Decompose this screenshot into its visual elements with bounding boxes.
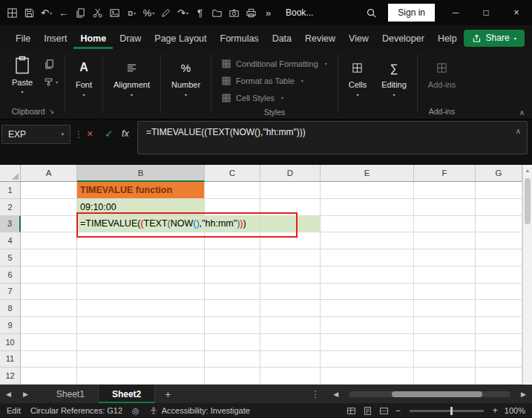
add-sheet-button[interactable]: + — [155, 388, 180, 400]
cell-G9[interactable] — [476, 317, 522, 334]
cell-D11[interactable] — [260, 351, 321, 368]
sheet-tab-sheet2[interactable]: Sheet2 — [99, 385, 155, 403]
pencil-button[interactable] — [157, 4, 174, 22]
cell-D1[interactable] — [260, 182, 321, 199]
cell-C9[interactable] — [205, 317, 260, 334]
cell-F9[interactable] — [414, 317, 476, 334]
folder-button[interactable] — [208, 4, 226, 22]
back-button[interactable]: ← — [55, 4, 72, 22]
confirm-entry-button[interactable]: ✓ — [105, 128, 114, 140]
cell-C4[interactable] — [205, 232, 260, 249]
cell-D3[interactable] — [260, 216, 321, 233]
cell-A8[interactable] — [21, 300, 77, 317]
cell-G6[interactable] — [476, 267, 522, 284]
cell-F10[interactable] — [414, 334, 476, 351]
paragraph-button[interactable]: ¶ — [191, 4, 208, 22]
undo-button[interactable]: ↶▾ — [38, 4, 55, 22]
app-button[interactable] — [4, 4, 21, 22]
cell-G5[interactable] — [476, 249, 522, 267]
cell-A3[interactable] — [21, 216, 77, 233]
search-icon[interactable] — [366, 7, 377, 19]
cell-A4[interactable] — [21, 232, 77, 249]
cell-E6[interactable] — [321, 267, 414, 284]
cell-G4[interactable] — [476, 232, 522, 249]
row-header-12[interactable]: 12 — [0, 368, 21, 385]
tab-help[interactable]: Help — [431, 27, 464, 49]
cell-E5[interactable] — [321, 249, 414, 267]
column-header-C[interactable]: C — [205, 165, 260, 182]
more-options-icon[interactable]: ⋮ — [303, 389, 327, 399]
ribbon-group-editing[interactable]: ∑Editing▾ — [374, 54, 414, 117]
printer-button[interactable] — [243, 4, 260, 22]
row-header-11[interactable]: 11 — [0, 351, 21, 368]
row-header-1[interactable]: 1 — [0, 182, 21, 199]
clipboard-dialog-launcher-icon[interactable]: ↘ — [49, 108, 55, 115]
maximize-button[interactable]: □ — [476, 7, 496, 18]
close-button[interactable]: × — [507, 7, 526, 18]
ribbon-group-alignment[interactable]: Alignment▾ — [106, 54, 157, 117]
hscroll-left-icon[interactable]: ◀ — [327, 391, 344, 398]
horizontal-scrollbar[interactable] — [349, 391, 510, 397]
copy-button[interactable] — [72, 4, 89, 22]
format-as-table-button[interactable]: Format as Table▾ — [222, 72, 327, 89]
cell-F1[interactable] — [414, 182, 476, 199]
column-header-F[interactable]: F — [414, 165, 476, 182]
insert-function-button[interactable]: fx — [122, 128, 129, 139]
cell-F5[interactable] — [414, 249, 476, 267]
row-header-9[interactable]: 9 — [0, 317, 21, 334]
cell-B4[interactable] — [77, 232, 205, 249]
cell-E8[interactable] — [321, 300, 414, 317]
column-header-A[interactable]: A — [21, 165, 77, 182]
paste-button[interactable]: Paste ▾ — [4, 54, 40, 105]
sign-in-button[interactable]: Sign in — [388, 4, 435, 22]
cell-E9[interactable] — [321, 317, 414, 334]
cancel-entry-button[interactable]: × — [87, 128, 93, 140]
cell-E10[interactable] — [321, 334, 414, 351]
save-button[interactable] — [21, 4, 38, 22]
cell-A2[interactable] — [21, 199, 77, 216]
more-commands-button[interactable]: » — [260, 4, 277, 22]
cell-C11[interactable] — [205, 351, 260, 368]
cell-G2[interactable] — [476, 199, 522, 216]
sheet-nav-right-icon[interactable]: ▶ — [17, 391, 34, 398]
row-header-8[interactable]: 8 — [0, 300, 21, 317]
tab-review[interactable]: Review — [298, 27, 342, 49]
cell-B7[interactable] — [77, 284, 205, 301]
redo-button[interactable]: ↷▾ — [174, 4, 191, 22]
cut-button[interactable] — [89, 4, 106, 22]
cell-E1[interactable] — [321, 182, 414, 199]
formula-input[interactable]: =TIMEVALUE((TEXT(NOW(),"hh:mm"))) ∧ — [137, 121, 528, 154]
cell-D8[interactable] — [260, 300, 321, 317]
cell-E7[interactable] — [321, 284, 414, 301]
copy-button[interactable] — [44, 59, 58, 70]
cell-E4[interactable] — [321, 232, 414, 249]
share-button[interactable]: Share ▾ — [464, 30, 525, 47]
horizontal-scroll-thumb[interactable] — [392, 391, 482, 397]
ribbon-group-font[interactable]: AFont▾ — [68, 54, 99, 117]
cell-F3[interactable] — [414, 216, 476, 233]
row-header-5[interactable]: 5 — [0, 249, 21, 267]
column-header-D[interactable]: D — [260, 165, 321, 182]
accessibility-status[interactable]: Accessibility: Investigate — [149, 406, 250, 416]
collapse-ribbon-icon[interactable]: ∧ — [519, 108, 525, 117]
cell-D5[interactable] — [260, 249, 321, 267]
cell-D4[interactable] — [260, 232, 321, 249]
cell-A12[interactable] — [21, 368, 77, 385]
tab-formulas[interactable]: Formulas — [214, 27, 266, 49]
conditional-formatting-button[interactable]: Conditional Formatting▾ — [222, 55, 327, 72]
cell-F6[interactable] — [414, 267, 476, 284]
camera-button[interactable] — [226, 4, 243, 22]
tab-home[interactable]: Home — [73, 27, 113, 49]
collapse-formula-bar-icon[interactable]: ∧ — [516, 127, 521, 135]
cell-C10[interactable] — [205, 334, 260, 351]
tab-page-layout[interactable]: Page Layout — [148, 27, 213, 49]
cell-G10[interactable] — [476, 334, 522, 351]
row-header-6[interactable]: 6 — [0, 267, 21, 284]
macro-record-icon[interactable]: ◎ — [132, 406, 139, 416]
circular-references[interactable]: Circular References: G12 — [30, 406, 122, 415]
cell-B8[interactable] — [77, 300, 205, 317]
cell-F11[interactable] — [414, 351, 476, 368]
cell-B2[interactable]: 09:10:00 — [77, 199, 205, 216]
format-painter-button[interactable]: ▾ — [44, 77, 58, 87]
cell-B3[interactable]: =TIMEVALUE((TEXT(NOW(),"hh:mm"))) — [77, 216, 205, 233]
